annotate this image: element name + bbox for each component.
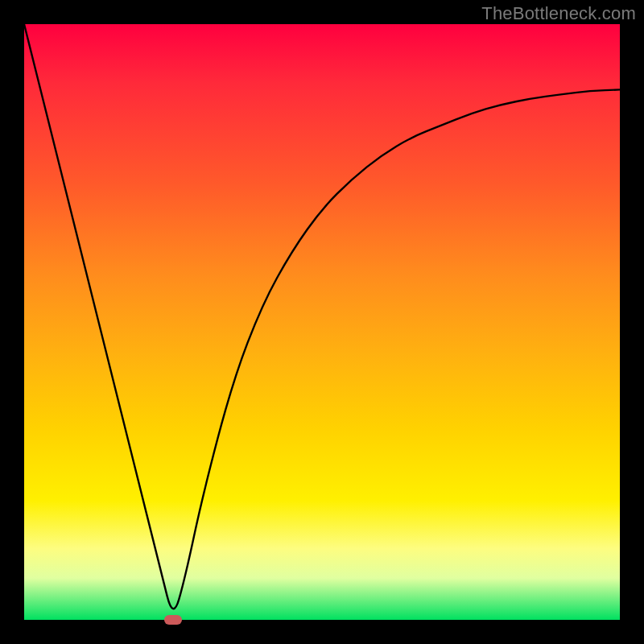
- watermark-text: TheBottleneck.com: [481, 3, 636, 24]
- plot-area: [24, 24, 620, 620]
- bottleneck-curve: [24, 24, 620, 609]
- chart-stage: TheBottleneck.com: [0, 0, 644, 644]
- curve-svg: [24, 24, 620, 620]
- minimum-marker: [164, 615, 182, 625]
